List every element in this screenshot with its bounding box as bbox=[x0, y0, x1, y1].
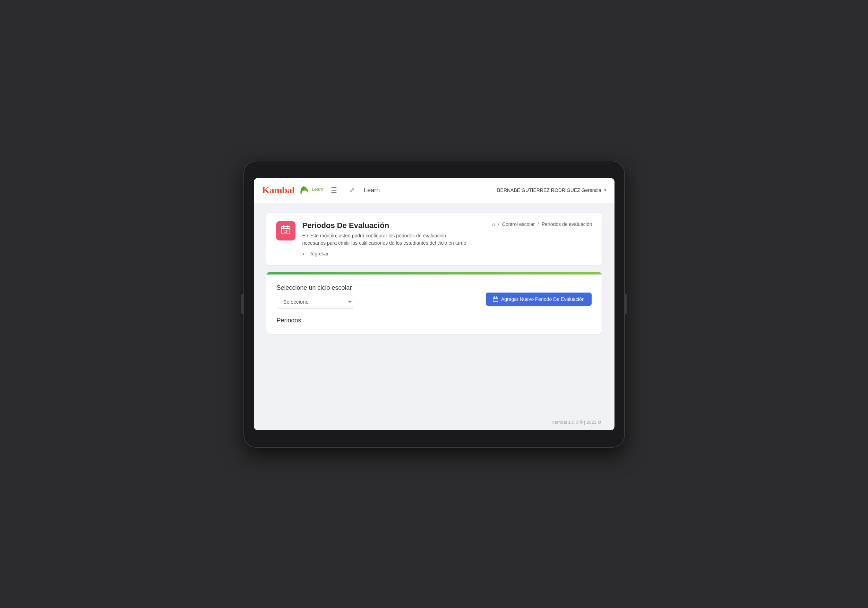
module-icon-wrapper: 15 bbox=[276, 221, 296, 241]
hamburger-icon: ☰ bbox=[331, 187, 337, 194]
tablet-screen: Kambal Learn ☰ ⤢ Learn BERNABE GUTIERREZ… bbox=[254, 178, 614, 430]
tablet-left-button bbox=[241, 294, 243, 314]
periodos-title: Periodos bbox=[277, 317, 592, 324]
footer: Kambal 1.0.0 ® | 2021 ⚙ bbox=[254, 414, 614, 430]
breadcrumb: ⌂ / Control escolar / Periodos de evalua… bbox=[492, 221, 592, 227]
navbar: Kambal Learn ☰ ⤢ Learn BERNABE GUTIERREZ… bbox=[254, 178, 614, 203]
back-link[interactable]: ↩ Regresar bbox=[302, 251, 329, 257]
breadcrumb-separator-1: / bbox=[498, 221, 499, 227]
module-icon: 15 bbox=[281, 225, 291, 237]
back-label: Regresar bbox=[308, 251, 329, 257]
module-description: En este módulo, usted podrá configurar l… bbox=[302, 232, 497, 247]
breadcrumb-control-escolar[interactable]: Control escolar bbox=[502, 221, 535, 227]
user-name: BERNABE GUTIERREZ RODRIGUEZ Gerencia bbox=[497, 187, 601, 193]
expand-button[interactable]: ⤢ bbox=[347, 184, 357, 196]
breadcrumb-current: Periodos de evaluación bbox=[542, 221, 592, 227]
add-button-label: Agregar Nuevo Periodo De Evaluación bbox=[501, 296, 584, 302]
hamburger-button[interactable]: ☰ bbox=[329, 184, 339, 196]
nav-label: Learn bbox=[364, 187, 380, 194]
module-header-card: 15 Periodos De Evaluación En este módulo… bbox=[266, 213, 602, 265]
logo-area: Kambal Learn bbox=[262, 183, 324, 197]
add-button-icon bbox=[493, 296, 498, 302]
back-icon: ↩ bbox=[302, 251, 307, 257]
chevron-down-icon: ▾ bbox=[604, 188, 606, 193]
add-periodo-button[interactable]: Agregar Nuevo Periodo De Evaluación bbox=[486, 292, 591, 306]
ciclo-label: Seleccione un ciclo escolar bbox=[277, 284, 353, 291]
main-content: 15 Periodos De Evaluación En este módulo… bbox=[254, 203, 614, 414]
ciclo-left: Seleccione un ciclo escolar Seleccione bbox=[277, 284, 353, 308]
content-card-top-bar bbox=[266, 272, 602, 275]
content-card-body: Seleccione un ciclo escolar Seleccione bbox=[266, 275, 602, 334]
calendar-icon: 15 bbox=[281, 225, 291, 235]
breadcrumb-home-icon[interactable]: ⌂ bbox=[492, 221, 495, 227]
breadcrumb-separator-2: / bbox=[538, 221, 539, 227]
logo-leaf-icon bbox=[296, 183, 310, 197]
svg-text:15: 15 bbox=[284, 230, 287, 233]
user-menu[interactable]: BERNABE GUTIERREZ RODRIGUEZ Gerencia ▾ bbox=[497, 187, 606, 193]
ciclo-section: Seleccione un ciclo escolar Seleccione bbox=[277, 284, 592, 308]
svg-rect-5 bbox=[493, 297, 498, 302]
expand-icon: ⤢ bbox=[350, 187, 355, 194]
ciclo-select[interactable]: Seleccione bbox=[277, 295, 353, 308]
footer-text: Kambal 1.0.0 ® | 2021 ⚙ bbox=[552, 420, 602, 425]
logo-learn-text: Learn bbox=[312, 187, 323, 192]
tablet-right-button bbox=[625, 294, 627, 314]
content-card: Seleccione un ciclo escolar Seleccione bbox=[266, 272, 602, 334]
logo-kambal-text: Kambal bbox=[262, 185, 294, 196]
